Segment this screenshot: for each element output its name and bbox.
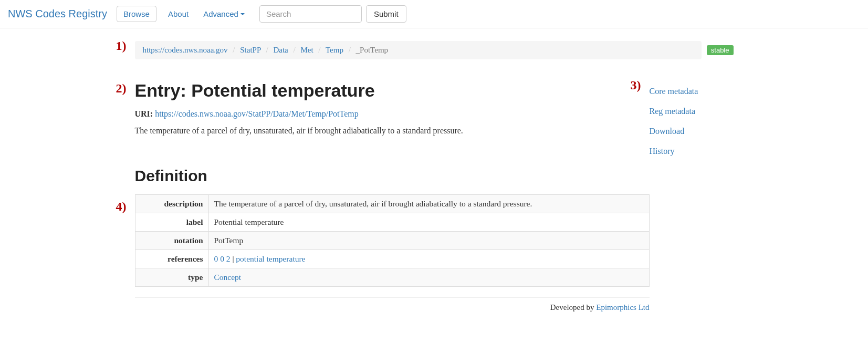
main-container: 1) https://codes.nws.noaa.gov / StatPP /… xyxy=(135,41,734,312)
definition-table: description The temperature of a parcel … xyxy=(135,194,650,287)
breadcrumb-part[interactable]: Data xyxy=(273,46,288,54)
sidebar-item-download[interactable]: Download xyxy=(650,121,734,141)
annotation-marker-1: 1) xyxy=(116,39,127,53)
def-value: Concept xyxy=(208,268,649,287)
sidebar-item-history[interactable]: History xyxy=(650,141,734,161)
table-row: type Concept xyxy=(135,268,649,287)
uri-line: URI: https://codes.nws.noaa.gov/StatPP/D… xyxy=(135,109,650,119)
reference-link[interactable]: 0 0 2 xyxy=(214,254,231,263)
footer-text: Developed by xyxy=(550,303,596,311)
breadcrumb-sep: / xyxy=(293,46,295,54)
footer: Developed by Epimorphics Ltd xyxy=(135,297,650,312)
def-value: The temperature of a parcel of dry, unsa… xyxy=(208,195,649,213)
def-label: notation xyxy=(135,232,208,250)
browse-button[interactable]: Browse xyxy=(117,6,156,22)
chevron-down-icon xyxy=(240,13,245,15)
table-row: description The temperature of a parcel … xyxy=(135,195,649,213)
status-badge: stable xyxy=(707,45,734,55)
breadcrumb-sep: / xyxy=(349,46,351,54)
breadcrumb-row: https://codes.nws.noaa.gov / StatPP / Da… xyxy=(135,41,734,59)
def-value: Potential temperature xyxy=(208,213,649,232)
annotation-marker-2: 2) xyxy=(116,81,127,96)
breadcrumb-sep: / xyxy=(266,46,268,54)
def-value: 0 0 2 | potential temperature xyxy=(208,250,649,268)
entry-description: The temperature of a parcel of dry, unsa… xyxy=(135,126,650,136)
sidebar-item-reg[interactable]: Reg metadata xyxy=(650,101,734,121)
breadcrumb: https://codes.nws.noaa.gov / StatPP / Da… xyxy=(135,41,702,59)
def-value: PotTemp xyxy=(208,232,649,250)
definition-heading: Definition xyxy=(135,167,650,185)
breadcrumb-sep: / xyxy=(233,46,235,54)
table-row: references 0 0 2 | potential temperature xyxy=(135,250,649,268)
def-label: description xyxy=(135,195,208,213)
breadcrumb-sep: / xyxy=(318,46,320,54)
table-row: notation PotTemp xyxy=(135,232,649,250)
breadcrumb-root[interactable]: https://codes.nws.noaa.gov xyxy=(143,46,228,54)
reference-link[interactable]: potential temperature xyxy=(236,254,305,263)
top-navbar: NWS Codes Registry Browse About Advanced… xyxy=(0,0,868,28)
uri-label: URI: xyxy=(135,109,153,118)
advanced-label: Advanced xyxy=(203,9,238,18)
annotation-marker-3: 3) xyxy=(631,78,641,92)
advanced-link[interactable]: Advanced xyxy=(196,5,252,23)
sidebar-item-core[interactable]: Core metadata xyxy=(650,81,734,101)
reference-sep: | xyxy=(231,254,236,263)
main-content: 2) Entry: Potential temperature URI: htt… xyxy=(135,80,650,312)
brand-link[interactable]: NWS Codes Registry xyxy=(8,8,107,20)
sidebar: 3) Core metadata Reg metadata Download H… xyxy=(650,80,734,312)
breadcrumb-current: _PotTemp xyxy=(356,46,388,54)
page-title: Entry: Potential temperature xyxy=(135,80,650,101)
search-input[interactable] xyxy=(259,5,362,23)
table-row: label Potential temperature xyxy=(135,213,649,232)
breadcrumb-part[interactable]: Temp xyxy=(326,46,343,54)
breadcrumb-part[interactable]: StatPP xyxy=(240,46,260,54)
breadcrumb-part[interactable]: Met xyxy=(300,46,313,54)
def-label: references xyxy=(135,250,208,268)
submit-button[interactable]: Submit xyxy=(366,5,406,23)
def-label: label xyxy=(135,213,208,232)
uri-link[interactable]: https://codes.nws.noaa.gov/StatPP/Data/M… xyxy=(155,109,359,118)
footer-link[interactable]: Epimorphics Ltd xyxy=(596,303,649,311)
annotation-marker-4: 4) xyxy=(116,200,127,214)
type-link[interactable]: Concept xyxy=(214,273,242,282)
about-link[interactable]: About xyxy=(161,5,196,23)
def-label: type xyxy=(135,268,208,287)
